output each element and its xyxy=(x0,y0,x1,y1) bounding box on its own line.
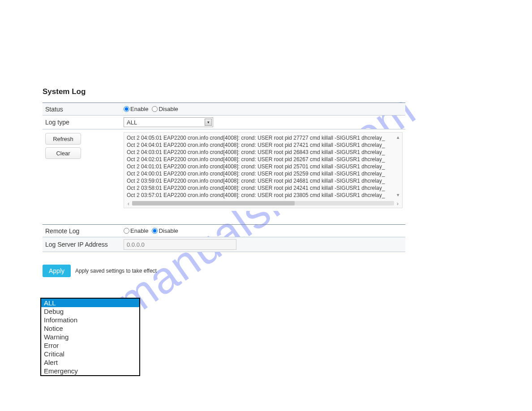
log-line: Oct 2 04:04:01 EAP2200 cron.info crond[4… xyxy=(127,141,394,149)
logserver-label: Log Server IP Address xyxy=(45,241,124,248)
log-line: Oct 2 04:05:01 EAP2200 cron.info crond[4… xyxy=(127,134,394,141)
status-enable-label: Enable xyxy=(130,106,148,112)
main-panel: System Log Status Enable Disable Log typ… xyxy=(43,87,405,277)
status-enable-radio[interactable] xyxy=(124,106,129,112)
status-disable-label: Disable xyxy=(159,106,178,112)
log-display-row: Refresh Clear Oct 2 04:05:01 EAP2200 cro… xyxy=(43,129,405,211)
logserver-ip-input[interactable] xyxy=(124,239,236,250)
logtype-option[interactable]: Alert xyxy=(41,358,139,367)
log-line: Oct 2 03:58:01 EAP2200 cron.info crond[4… xyxy=(127,184,394,192)
logtype-option[interactable]: Emergency xyxy=(41,367,139,375)
logtype-dropdown-open[interactable]: ALLDebugInformationNoticeWarningErrorCri… xyxy=(40,298,140,376)
apply-note: Apply saved settings to take effect xyxy=(75,268,157,274)
logtype-option[interactable]: Critical xyxy=(41,350,139,358)
log-line: Oct 2 04:00:01 EAP2200 cron.info crond[4… xyxy=(127,170,394,177)
remotelog-enable-wrap[interactable]: Enable xyxy=(124,227,148,234)
status-enable-wrap[interactable]: Enable xyxy=(124,106,148,112)
logtype-select[interactable]: ALL ▾ xyxy=(124,117,213,127)
log-textarea[interactable]: Oct 2 04:05:01 EAP2200 cron.info crond[4… xyxy=(124,132,403,208)
clear-button[interactable]: Clear xyxy=(45,147,81,159)
chevron-down-icon: ▾ xyxy=(205,119,212,126)
remotelog-enable-radio[interactable] xyxy=(124,228,129,234)
page-title: System Log xyxy=(43,87,405,96)
logtype-option[interactable]: Error xyxy=(41,341,139,350)
scroll-down-icon[interactable]: ▾ xyxy=(395,192,401,198)
apply-button[interactable]: Apply xyxy=(43,265,71,277)
remotelog-disable-radio[interactable] xyxy=(152,228,158,234)
scroll-left-icon[interactable]: ‹ xyxy=(125,200,132,207)
status-disable-wrap[interactable]: Disable xyxy=(152,106,178,112)
remotelog-row: Remote Log Enable Disable xyxy=(43,224,405,237)
logtype-option[interactable]: Warning xyxy=(41,333,139,341)
refresh-button[interactable]: Refresh xyxy=(45,133,81,145)
log-line: Oct 2 04:01:01 EAP2200 cron.info crond[4… xyxy=(127,163,394,170)
scroll-right-icon[interactable]: › xyxy=(394,200,401,207)
status-row: Status Enable Disable xyxy=(43,103,405,115)
status-disable-radio[interactable] xyxy=(152,106,158,112)
logtype-option[interactable]: Debug xyxy=(41,307,139,316)
logtype-option[interactable]: Notice xyxy=(41,324,139,333)
hscroll-thumb[interactable] xyxy=(132,201,295,206)
logtype-row: Log type ALL ▾ xyxy=(43,115,405,129)
log-lines: Oct 2 04:05:01 EAP2200 cron.info crond[4… xyxy=(127,134,394,199)
log-line: Oct 2 04:03:01 EAP2200 cron.info crond[4… xyxy=(127,149,394,156)
log-line: Oct 2 04:02:01 EAP2200 cron.info crond[4… xyxy=(127,156,394,163)
remotelog-disable-wrap[interactable]: Disable xyxy=(152,227,178,234)
logserver-row: Log Server IP Address xyxy=(43,237,405,252)
scroll-up-icon[interactable]: ▴ xyxy=(395,134,401,140)
log-line: Oct 2 03:59:01 EAP2200 cron.info crond[4… xyxy=(127,177,394,184)
remotelog-label: Remote Log xyxy=(45,227,124,235)
logtype-option[interactable]: ALL xyxy=(41,299,139,307)
logtype-label: Log type xyxy=(45,119,124,126)
logtype-selected-value: ALL xyxy=(127,119,137,126)
vertical-scrollbar[interactable]: ▴ ▾ xyxy=(395,134,401,198)
logtype-option[interactable]: Information xyxy=(41,316,139,324)
log-line: Oct 2 03:57:01 EAP2200 cron.info crond[4… xyxy=(127,192,394,199)
remotelog-enable-label: Enable xyxy=(130,227,148,234)
hscroll-track[interactable] xyxy=(132,201,394,206)
remotelog-disable-label: Disable xyxy=(159,227,178,234)
horizontal-scrollbar[interactable]: ‹ › xyxy=(125,200,401,207)
status-label: Status xyxy=(45,106,124,113)
